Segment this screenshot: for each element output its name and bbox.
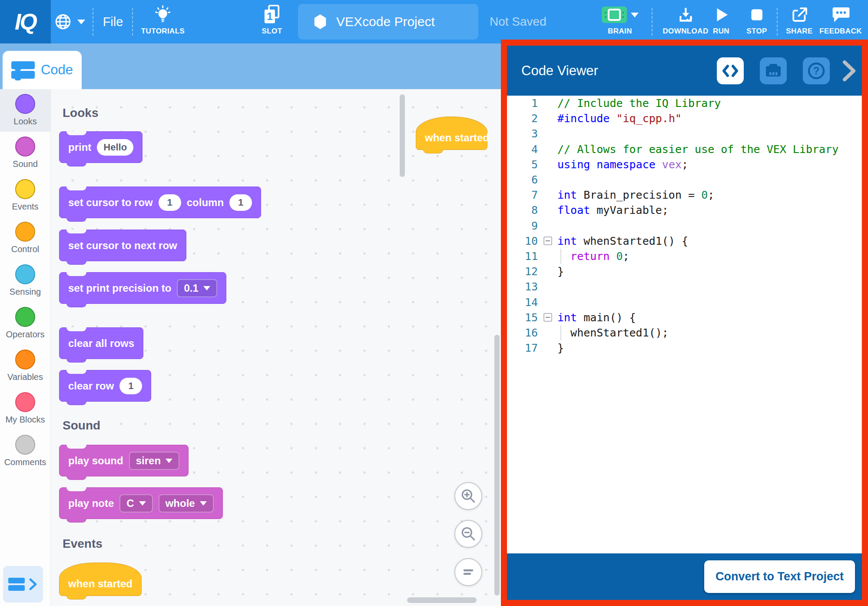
sidebar-item-looks[interactable]: Looks	[0, 89, 50, 132]
category-color-dot	[15, 264, 35, 284]
block-dropdown[interactable]: 0.1	[177, 279, 217, 297]
indent-guide	[560, 249, 561, 264]
category-label: Events	[12, 202, 38, 212]
sidebar-item-events[interactable]: Events	[0, 174, 50, 217]
toolbar-divider	[652, 8, 653, 36]
canvas-vertical-scrollbar[interactable]	[494, 335, 500, 596]
convert-to-text-button[interactable]: Convert to Text Project	[704, 560, 855, 593]
collapse-panel-button[interactable]	[842, 60, 856, 82]
share-icon	[790, 5, 808, 24]
lightbulb-icon	[153, 5, 172, 24]
code-viewer-header: Code Viewer ?	[507, 46, 862, 96]
block-dropdown[interactable]: whole	[159, 494, 214, 513]
project-title[interactable]: VEXcode Project	[298, 4, 478, 40]
palette-block[interactable]: when started	[59, 563, 142, 596]
line-number: 14	[507, 296, 538, 309]
canvas-when-started-block[interactable]: when started	[416, 117, 487, 150]
fold-toggle-icon[interactable]	[543, 313, 552, 322]
code-line: 7int Brain_precision = 0;	[507, 187, 861, 203]
iq-logo[interactable]: IQ	[0, 0, 51, 43]
block-label: set cursor to row	[68, 196, 153, 209]
palette-section-header: Looks	[63, 106, 98, 120]
chevron-down-icon	[77, 20, 85, 24]
download-button[interactable]: DOWNLOAD	[663, 0, 708, 43]
block-dropdown[interactable]: siren	[129, 452, 179, 470]
brain-preview-button[interactable]	[760, 57, 787, 84]
slot-icon: 1	[262, 5, 282, 24]
palette-block[interactable]: printHello	[59, 131, 142, 163]
toolbar-divider	[132, 8, 133, 36]
language-menu[interactable]	[54, 0, 85, 43]
code-editor[interactable]: 1// Include the IQ Library2#include "iq_…	[507, 96, 862, 553]
stop-button[interactable]: STOP	[746, 0, 767, 43]
run-button[interactable]: RUN	[713, 0, 729, 43]
line-number: 10	[507, 235, 538, 247]
palette-scrollbar[interactable]	[400, 94, 405, 177]
palette-block[interactable]: clear all rows	[59, 327, 143, 359]
zoom-out-button[interactable]	[454, 520, 482, 548]
palette-block[interactable]: set cursor to row1column1	[59, 186, 261, 218]
category-color-dot	[15, 307, 35, 327]
category-label: Looks	[13, 117, 36, 127]
share-button[interactable]: SHARE	[786, 0, 813, 43]
sidebar-item-sound[interactable]: Sound	[0, 132, 50, 174]
code-line: 2#include "iq_cpp.h"	[507, 111, 861, 126]
block-value-input[interactable]: 1	[229, 194, 252, 211]
block-value-input[interactable]: 1	[159, 194, 181, 211]
zoom-reset-button[interactable]	[454, 558, 482, 586]
block-value-input[interactable]: Hello	[97, 139, 133, 156]
code-line: 13	[507, 279, 861, 294]
line-number: 15	[507, 311, 538, 324]
stop-icon	[749, 5, 765, 24]
line-number: 5	[507, 158, 538, 171]
sidebar-item-sensing[interactable]: Sensing	[0, 260, 50, 302]
block-dropdown[interactable]: C	[119, 494, 152, 513]
block-label: clear row	[68, 380, 114, 392]
category-color-dot	[15, 179, 35, 199]
save-status: Not Saved	[490, 0, 547, 43]
tab-code[interactable]: Code	[3, 51, 82, 89]
line-number: 17	[507, 342, 538, 354]
code-viewer-panel: Code Viewer ?	[501, 40, 868, 606]
chevron-right-icon	[842, 60, 856, 82]
code-line: 16 whenStarted1();	[507, 325, 861, 340]
slot-button[interactable]: 1 SLOT	[262, 0, 282, 43]
fold-toggle-icon[interactable]	[543, 236, 552, 245]
code-icon	[722, 64, 739, 77]
brain-button[interactable]: BRAIN	[601, 0, 639, 43]
block-label: clear all rows	[68, 337, 134, 350]
sidebar-item-variables[interactable]: Variables	[0, 345, 50, 387]
palette-block[interactable]: set cursor to next row	[59, 230, 186, 261]
chevron-right-icon	[28, 578, 38, 591]
zoom-out-icon	[460, 526, 477, 542]
palette-collapse-button[interactable]	[3, 566, 43, 603]
category-label: Variables	[7, 372, 43, 382]
svg-text:1: 1	[267, 10, 273, 22]
code-line: 4// Allows for easier use of the VEX Lib…	[507, 142, 861, 157]
palette-block[interactable]: clear row1	[59, 370, 151, 402]
chevron-down-icon	[631, 13, 639, 17]
palette-block[interactable]: set print precision to0.1	[59, 272, 226, 304]
sidebar-item-comments[interactable]: Comments	[0, 430, 50, 473]
help-button[interactable]: ?	[803, 57, 830, 84]
code-line: 5using namespace vex;	[507, 157, 861, 172]
line-number: 16	[507, 326, 538, 339]
sidebar-item-my-blocks[interactable]: My Blocks	[0, 387, 50, 430]
palette-block[interactable]: play noteCwhole	[59, 487, 223, 519]
file-menu[interactable]: File	[103, 0, 123, 43]
sidebar-item-control[interactable]: Control	[0, 217, 50, 260]
tutorials-button[interactable]: TUTORIALS	[141, 0, 185, 43]
zoom-in-button[interactable]	[454, 482, 482, 510]
block-value-input[interactable]: 1	[119, 378, 142, 394]
code-view-toggle-button[interactable]	[717, 57, 744, 84]
category-label: Sound	[13, 159, 38, 169]
toolbar-divider	[93, 8, 93, 36]
line-number: 6	[507, 173, 538, 186]
blocks-icon	[8, 578, 25, 591]
line-number: 12	[507, 265, 538, 278]
canvas-horizontal-scrollbar[interactable]	[407, 597, 477, 603]
feedback-button[interactable]: FEEDBACK	[819, 0, 862, 43]
sidebar-item-operators[interactable]: Operators	[0, 302, 50, 345]
palette-block[interactable]: play soundsiren	[59, 445, 189, 476]
top-toolbar: IQ File	[0, 0, 868, 43]
